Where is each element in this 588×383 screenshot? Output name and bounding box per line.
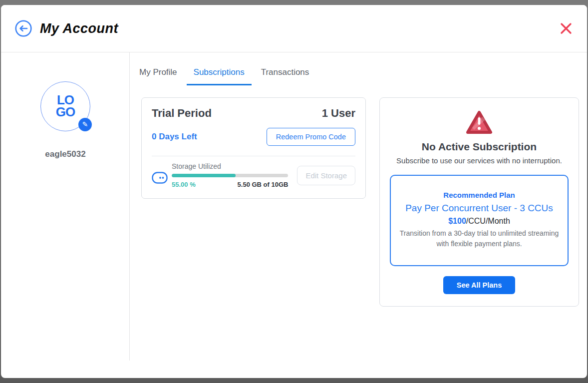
tab-transactions[interactable]: Transactions: [254, 67, 316, 85]
plan-heading: Recommended Plan: [398, 191, 561, 199]
storage-progress-track: [172, 174, 288, 177]
trial-user-count: 1 User: [322, 107, 355, 120]
cards-row: Trial Period 1 User 0 Days Left Redeem P…: [141, 97, 579, 307]
storage-section: Storage Utilized 55.00 % 5.50 GB of 10GB…: [152, 162, 355, 188]
edit-avatar-button[interactable]: ✎: [78, 118, 92, 131]
back-arrow-icon: [15, 20, 32, 37]
storage-stats: 55.00 % 5.50 GB of 10GB: [172, 181, 288, 188]
close-button[interactable]: [559, 21, 573, 35]
page-title: My Account: [40, 21, 118, 36]
days-left-label: 0 Days Left: [152, 132, 197, 142]
plan-price: $100/CCU/Month: [398, 217, 561, 226]
pencil-icon: ✎: [82, 120, 88, 128]
trial-card-header: Trial Period 1 User: [152, 107, 355, 120]
modal-header: My Account: [1, 5, 587, 52]
tab-subscriptions[interactable]: Subscriptions: [187, 67, 252, 85]
trial-divider: [152, 156, 355, 156]
plan-name: Pay Per Concurrent User - 3 CCUs: [398, 203, 561, 214]
trial-title: Trial Period: [152, 107, 212, 120]
storage-progress-fill: [172, 174, 236, 177]
my-account-modal: My Account LO GO ✎ eagle5032 My: [1, 5, 587, 378]
trial-period-card: Trial Period 1 User 0 Days Left Redeem P…: [141, 97, 366, 199]
no-subscription-card: No Active Subscription Subscribe to use …: [379, 97, 579, 307]
tab-my-profile[interactable]: My Profile: [132, 67, 184, 85]
storage-progress-block: Storage Utilized 55.00 % 5.50 GB of 10GB: [172, 162, 288, 188]
storage-usage: 5.50 GB of 10GB: [238, 181, 289, 188]
plan-price-amount: $100: [448, 217, 466, 225]
storage-percent: 55.00 %: [172, 181, 196, 188]
no-subscription-subtitle: Subscribe to use our services with no in…: [390, 156, 569, 165]
recommended-plan-box: Recommended Plan Pay Per Concurrent User…: [390, 175, 569, 266]
storage-label: Storage Utilized: [172, 162, 288, 170]
username: eagle5032: [45, 149, 85, 159]
see-all-plans-button[interactable]: See All Plans: [443, 276, 516, 294]
no-subscription-title: No Active Subscription: [390, 141, 569, 153]
trial-card-subheader: 0 Days Left Redeem Promo Code: [152, 128, 355, 146]
modal-body: LO GO ✎ eagle5032 My Profile Subscriptio…: [1, 52, 587, 378]
account-sidebar: LO GO ✎ eagle5032: [1, 52, 130, 378]
back-button[interactable]: [15, 20, 32, 37]
edit-storage-button[interactable]: Edit Storage: [297, 166, 355, 185]
main-content: My Profile Subscriptions Transactions Tr…: [130, 52, 587, 378]
plan-description: Transition from a 30-day trial to unlimi…: [398, 228, 561, 249]
avatar: LO GO ✎: [40, 81, 90, 131]
logo-text-line2: GO: [56, 106, 75, 118]
tab-bar: My Profile Subscriptions Transactions: [132, 67, 579, 85]
storage-drive-icon: [152, 172, 168, 186]
warning-triangle-icon: [465, 110, 493, 137]
close-icon: [559, 21, 573, 35]
redeem-promo-code-button[interactable]: Redeem Promo Code: [267, 128, 355, 146]
plan-price-suffix: /CCU/Month: [466, 217, 510, 225]
